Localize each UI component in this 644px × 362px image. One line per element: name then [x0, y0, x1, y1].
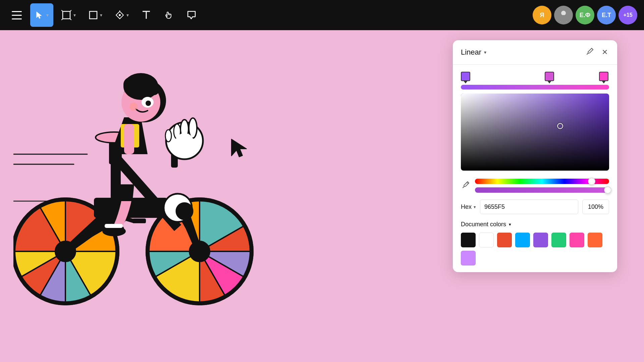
frame-chevron: ▾ [73, 12, 76, 18]
svg-rect-12 [559, 15, 568, 22]
eyedropper-btn[interactable] [461, 180, 471, 192]
panel-title-text: Linear [461, 48, 481, 57]
pen-icon [115, 10, 124, 20]
avatar-photo-img [557, 8, 570, 22]
panel-title-chevron[interactable]: ▾ [484, 50, 486, 55]
doc-colors-swatches [461, 233, 609, 265]
stop-marker-0[interactable] [461, 72, 470, 81]
svg-rect-57 [124, 124, 134, 154]
tool-text[interactable] [137, 3, 156, 27]
tool-comment[interactable] [182, 3, 201, 27]
doc-colors-area: Document colors ▾ [453, 217, 617, 265]
hex-label-group: Hex ▾ [461, 203, 476, 210]
shape-chevron: ▾ [100, 12, 102, 18]
gradient-stop-1[interactable] [545, 72, 554, 83]
doc-colors-header: Document colors ▾ [461, 221, 609, 228]
svg-rect-78 [105, 224, 123, 228]
tool-frame[interactable]: ▾ [57, 3, 80, 27]
tool-shape[interactable]: ▾ [84, 3, 107, 27]
swatch-green[interactable] [551, 233, 566, 247]
panel-header: Linear ▾ ✕ [453, 40, 617, 65]
eyedropper-header-btn[interactable] [585, 46, 595, 58]
gradient-stop-0[interactable] [461, 72, 470, 83]
select-chevron: ▾ [46, 12, 49, 18]
hand-icon [164, 10, 174, 20]
picker-black-gradient [461, 94, 609, 171]
swatch-lavender[interactable] [461, 251, 476, 265]
avatar-group: Я Е.Ф Е.Т +15 [533, 6, 637, 24]
svg-point-72 [165, 130, 171, 142]
opacity-slider[interactable] [475, 187, 609, 193]
svg-point-73 [175, 133, 194, 152]
gradient-bar[interactable] [461, 85, 609, 89]
svg-line-81 [463, 187, 464, 188]
svg-point-66 [146, 101, 151, 106]
toolbar: ▾ ▾ ▾ ▾ [0, 0, 644, 30]
canvas[interactable]: Linear ▾ ✕ [0, 30, 644, 362]
doc-colors-label: Document colors [461, 221, 506, 228]
tool-pen[interactable]: ▾ [110, 3, 133, 27]
avatar-ef[interactable]: Е.Ф [576, 6, 594, 24]
stop-marker-2[interactable] [599, 72, 608, 81]
swatch-pink[interactable] [570, 233, 584, 247]
sliders-col [475, 179, 609, 193]
bicycle-illustration [13, 57, 258, 335]
color-picker-box[interactable] [461, 94, 609, 171]
canvas-cursor-arrow [230, 137, 248, 161]
tool-hand[interactable] [159, 3, 178, 27]
hue-thumb[interactable] [588, 178, 595, 185]
svg-rect-0 [63, 11, 70, 19]
svg-point-64 [148, 83, 160, 95]
hamburger-line-2 [12, 15, 22, 16]
avatar-et[interactable]: Е.Т [597, 6, 616, 24]
hue-slider[interactable] [475, 179, 609, 184]
avatar-plus[interactable]: +15 [619, 6, 637, 24]
gradient-stop-2[interactable] [599, 72, 608, 83]
avatar-ya-label: Я [540, 12, 544, 19]
swatch-purple[interactable] [533, 233, 548, 247]
doc-colors-chevron[interactable]: ▾ [509, 222, 511, 227]
eyedropper-icon [462, 181, 470, 188]
sliders-area [453, 175, 617, 197]
avatar-ef-label: Е.Ф [580, 12, 590, 19]
swatch-white[interactable] [479, 233, 494, 247]
tool-select[interactable]: ▾ [30, 3, 53, 27]
svg-line-4 [70, 19, 71, 20]
hex-row: Hex ▾ [453, 197, 617, 217]
select-icon [35, 10, 44, 20]
panel-header-actions: ✕ [585, 46, 609, 58]
opacity-thumb[interactable] [604, 186, 611, 194]
avatar-et-label: Е.Т [602, 12, 611, 19]
close-btn[interactable]: ✕ [600, 47, 609, 58]
menu-button[interactable] [7, 5, 27, 25]
svg-line-2 [70, 10, 71, 11]
stop-arrow-2 [602, 81, 606, 83]
swatch-orange[interactable] [588, 233, 602, 247]
frame-icon [61, 10, 71, 20]
swatch-cyan[interactable] [515, 233, 530, 247]
avatar-ya[interactable]: Я [533, 6, 551, 24]
shape-icon [89, 10, 98, 20]
dropper-icon [586, 48, 594, 55]
hex-chevron[interactable]: ▾ [474, 204, 476, 209]
hamburger-line-3 [12, 18, 22, 19]
avatar-photo[interactable] [554, 6, 573, 24]
svg-point-6 [119, 14, 121, 16]
svg-point-67 [129, 103, 138, 111]
text-icon [142, 10, 151, 20]
svg-rect-55 [132, 219, 146, 223]
svg-line-79 [587, 53, 588, 54]
gradient-stops-row [461, 70, 609, 83]
panel-title-group: Linear ▾ [461, 48, 486, 57]
opacity-input[interactable] [582, 199, 609, 214]
comment-icon [186, 10, 197, 20]
color-panel: Linear ▾ ✕ [453, 40, 617, 272]
stop-marker-1[interactable] [545, 72, 554, 81]
hex-input[interactable] [480, 199, 578, 214]
svg-line-1 [61, 10, 63, 11]
hex-label: Hex [461, 203, 472, 210]
swatch-black[interactable] [461, 233, 476, 247]
avatar-plus-label: +15 [623, 12, 632, 18]
swatch-red-orange[interactable] [497, 233, 512, 247]
svg-rect-5 [90, 11, 97, 19]
